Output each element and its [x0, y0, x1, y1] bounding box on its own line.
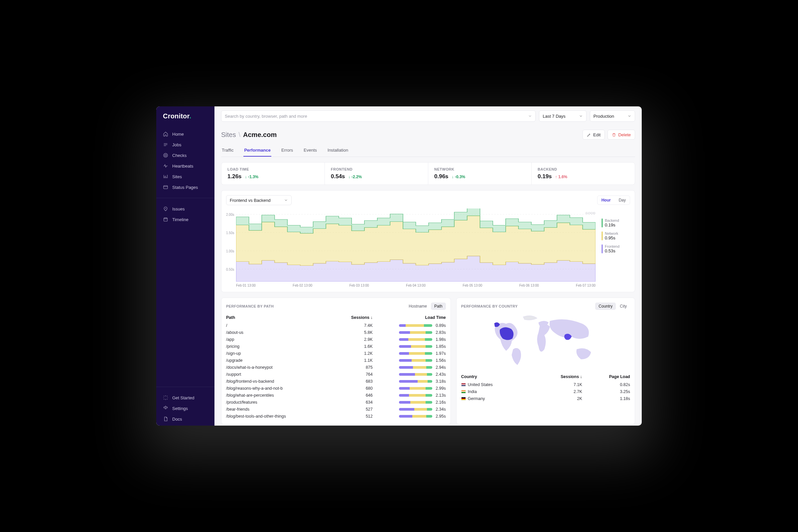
perf-by-country-table: CountrySessions ↓Page LoadUnited States7… [461, 373, 630, 402]
path-row[interactable]: /upgrade1.1K1.56s [226, 357, 446, 364]
perf-by-country-card: PERFORMANCE BY COUNTRY Country City [456, 298, 635, 424]
toggle-hostname[interactable]: Hostname [405, 303, 430, 310]
country-row[interactable]: United States7.1K0.82s [461, 381, 630, 388]
perf-by-path-table: PathSessions ↓Load Time/7.4K0.89s/about-… [226, 313, 446, 420]
path-row[interactable]: /support7642.43s [226, 371, 446, 378]
nav-icon [163, 142, 168, 147]
nav-label: Timeline [172, 217, 189, 222]
stats-row: LOAD TIME1.26s↓ -1.3%FRONTEND0.54s↓ -2.2… [221, 162, 635, 185]
nav-label: Status Pages [172, 185, 198, 190]
sidebar-item-sites[interactable]: Sites [156, 171, 214, 182]
path-row[interactable]: /sign-up1.2K1.97s [226, 350, 446, 357]
trash-icon [612, 133, 616, 137]
path-row[interactable]: /bear-friends5272.34s [226, 406, 446, 413]
edit-button[interactable]: Edit [583, 130, 605, 140]
chart-metric-select[interactable]: Frontend vs Backend [226, 195, 291, 205]
path-row[interactable]: /app2.9K1.98s [226, 336, 446, 343]
sidebar-footer-get-started[interactable]: Get Started [156, 392, 214, 403]
chevron-down-icon [284, 198, 288, 202]
chevron-down-icon [627, 114, 631, 118]
nav-icon [163, 406, 168, 411]
path-row[interactable]: /blog/best-tools-and-other-things5122.95… [226, 413, 446, 420]
path-row[interactable]: /blog/what-are-percentiles6462.13s [226, 392, 446, 399]
legend-network: Network0.95s [602, 231, 630, 241]
search-placeholder: Search by country, browser, path and mor… [225, 114, 307, 119]
perf-by-path-title: PERFORMANCE BY PATH [226, 304, 274, 308]
nav-label: Jobs [172, 142, 181, 147]
path-row[interactable]: /product/features6342.16s [226, 399, 446, 406]
main: Search by country, browser, path and mor… [214, 107, 642, 425]
svg-point-1 [165, 154, 166, 156]
sidebar-footer-docs[interactable]: Docs [156, 414, 214, 424]
svg-rect-4 [164, 218, 168, 221]
flag-icon [461, 383, 466, 386]
nav-icon [163, 174, 168, 179]
svg-point-0 [164, 153, 168, 157]
path-row[interactable]: /pricing1.6K1.85s [226, 343, 446, 350]
timeseries-chart: 2.00s 1.50s 1.00s 0.50s GOOD [226, 208, 595, 282]
flag-icon [461, 390, 466, 393]
breadcrumb-site: Acme.com [243, 131, 277, 139]
sidebar-item-heartbeats[interactable]: Heartbeats [156, 160, 214, 171]
breadcrumb-root[interactable]: Sites [221, 131, 236, 139]
stat-network: NETWORK0.96s↓ -0.3% [428, 163, 532, 185]
nav-label: Checks [172, 153, 187, 158]
delete-button[interactable]: Delete [607, 130, 635, 140]
tabs: TrafficPerformanceErrorsEventsInstallati… [221, 144, 635, 157]
nav-label: Docs [172, 417, 182, 422]
stat-frontend: FRONTEND0.54s↓ -2.2% [325, 163, 428, 185]
sidebar-item-status-pages[interactable]: Status Pages [156, 182, 214, 192]
toggle-path[interactable]: Path [431, 303, 446, 310]
path-row[interactable]: /blog/reasons-why-a-and-not-b6802.99s [226, 385, 446, 392]
nav-label: Home [172, 132, 184, 137]
sidebar-item-checks[interactable]: Checks [156, 150, 214, 160]
perf-by-country-title: PERFORMANCE BY COUNTRY [461, 304, 518, 308]
granularity-hour[interactable]: Hour [597, 196, 615, 205]
chevron-down-icon [528, 114, 532, 118]
path-row[interactable]: /about-us5.8K2.83s [226, 329, 446, 336]
country-row[interactable]: Germany2K1.18s [461, 395, 630, 402]
sidebar-footer-settings[interactable]: Settings [156, 403, 214, 414]
legend-frontend: Frontend0.53s [602, 244, 630, 253]
nav-icon [163, 163, 168, 169]
nav-label: Get Started [172, 395, 194, 400]
tab-installation[interactable]: Installation [327, 144, 349, 157]
country-row[interactable]: India2.7K3.25s [461, 388, 630, 395]
path-row[interactable]: /7.4K0.89s [226, 322, 446, 329]
sidebar-item-timeline[interactable]: Timeline [156, 214, 214, 225]
svg-point-5 [165, 407, 166, 409]
world-map[interactable] [461, 312, 630, 369]
sidebar-item-jobs[interactable]: Jobs [156, 139, 214, 150]
topbar: Search by country, browser, path and mor… [214, 107, 642, 125]
brand-logo: Cronitor. [156, 107, 214, 127]
path-row[interactable]: /blog/frontend-vs-backend6833.18s [226, 378, 446, 385]
toggle-city[interactable]: City [616, 303, 630, 310]
chart-card: Frontend vs Backend Hour Day 2.00s 1.50s… [221, 190, 635, 292]
stat-backend: BACKEND0.19s↑ 1.6% [532, 163, 635, 185]
sidebar: Cronitor. HomeJobsChecksHeartbeatsSitesS… [156, 107, 214, 425]
tab-performance[interactable]: Performance [243, 144, 271, 157]
tab-traffic[interactable]: Traffic [221, 144, 234, 157]
timerange-select[interactable]: Last 7 Days [539, 110, 587, 122]
page-title: Sites \ Acme.com Edit Delete [221, 126, 635, 141]
svg-point-3 [165, 208, 166, 208]
path-row[interactable]: /docs/what-is-a-honeypot8752.94s [226, 364, 446, 371]
nav-label: Settings [172, 406, 188, 411]
chart-legend: Backend0.19sNetwork0.95sFrontend0.53s [602, 208, 630, 287]
sidebar-item-issues[interactable]: Issues [156, 204, 214, 214]
tab-events[interactable]: Events [303, 144, 318, 157]
toggle-country[interactable]: Country [595, 303, 616, 310]
legend-backend: Backend0.19s [602, 218, 630, 227]
tab-errors[interactable]: Errors [281, 144, 293, 157]
granularity-day[interactable]: Day [615, 196, 630, 205]
svg-rect-2 [164, 186, 168, 189]
chevron-down-icon [579, 114, 583, 118]
nav-label: Heartbeats [172, 164, 193, 169]
environment-select[interactable]: Production [590, 110, 635, 122]
search-input[interactable]: Search by country, browser, path and mor… [221, 110, 536, 122]
nav-label: Sites [172, 174, 182, 179]
nav-label: Issues [172, 207, 185, 211]
sidebar-item-home[interactable]: Home [156, 129, 214, 139]
nav-icon [163, 153, 168, 158]
nav-icon [163, 395, 168, 400]
